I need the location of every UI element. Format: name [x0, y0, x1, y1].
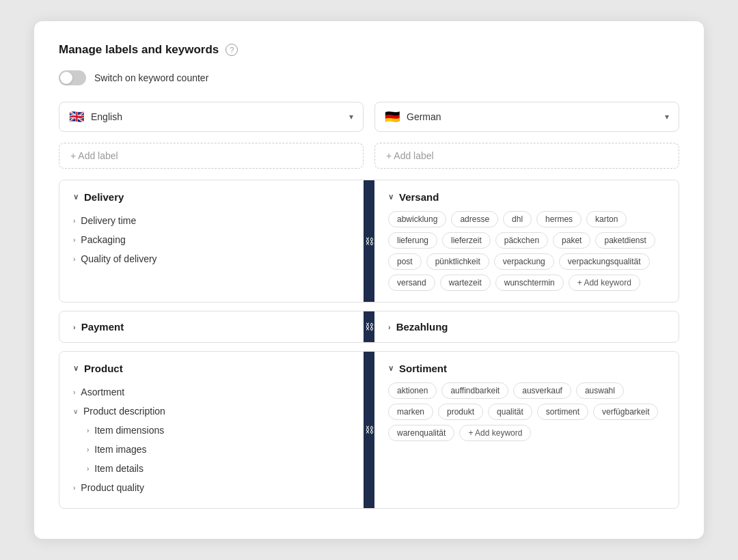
page-title: Manage labels and keywords — [59, 43, 219, 57]
bezahlung-section-header[interactable]: › Bezahlung — [388, 321, 448, 333]
keyword-tag[interactable]: adresse — [451, 211, 498, 227]
product-chevron-icon: ∨ — [73, 364, 79, 373]
item-dimensions-chevron-icon: › — [87, 427, 89, 434]
keyword-tag[interactable]: verfügbarkeit — [593, 404, 658, 420]
link-icon-delivery: ⛓ — [365, 236, 374, 247]
product-quality-chevron-icon: › — [73, 484, 75, 492]
versand-section-header[interactable]: ∨ Versand — [388, 191, 665, 203]
bezahlung-label: Bezahlung — [396, 321, 448, 333]
item-details-item[interactable]: › Item details — [73, 459, 350, 478]
packaging-item[interactable]: › Packaging — [73, 230, 350, 249]
keyword-tag[interactable]: verpackungsqualität — [559, 253, 650, 270]
language-select-left[interactable]: 🇬🇧 English ▾ — [59, 102, 364, 132]
section-product-right: ∨ Sortiment aktionen auffindbarkeit ausv… — [374, 352, 679, 508]
sortiment-section-header[interactable]: ∨ Sortiment — [388, 363, 665, 374]
versand-label: Versand — [399, 191, 439, 203]
delivery-section-header[interactable]: ∨ Delivery — [73, 191, 350, 203]
product-description-item[interactable]: ∨ Product description — [73, 402, 350, 421]
add-label-button-left[interactable]: + Add label — [59, 143, 364, 169]
keyword-tag[interactable]: wunschtermin — [495, 275, 564, 291]
asortment-item[interactable]: › Asortment — [73, 382, 350, 402]
keyword-tag[interactable]: päckchen — [495, 232, 548, 249]
keyword-tag[interactable]: hermes — [536, 211, 582, 227]
keyword-tag[interactable]: abwicklung — [388, 211, 446, 227]
keyword-tag[interactable]: sortiment — [537, 404, 588, 420]
keyword-tag[interactable]: pünktlichkeit — [426, 253, 489, 270]
keyword-tag[interactable]: versand — [388, 275, 435, 291]
link-icon-payment: ⛓ — [365, 322, 374, 332]
keyword-tag[interactable]: auswahl — [576, 382, 624, 399]
add-label-row: + Add label + Add label — [59, 143, 679, 169]
delivery-label: Delivery — [84, 191, 124, 203]
packaging-label: Packaging — [81, 234, 125, 245]
item-images-item[interactable]: › Item images — [73, 440, 350, 459]
item-images-label: Item images — [94, 444, 146, 455]
chevron-down-icon-left: ▾ — [349, 112, 353, 122]
item-images-chevron-icon: › — [87, 446, 89, 453]
delivery-time-label: Delivery time — [81, 215, 136, 226]
payment-link-button[interactable]: ⛓ — [364, 311, 374, 342]
keyword-tag[interactable]: karton — [586, 211, 627, 227]
product-quality-label: Product quality — [81, 482, 144, 493]
keyword-tag[interactable]: lieferung — [388, 232, 437, 249]
quality-delivery-item[interactable]: › Quality of delivery — [73, 249, 350, 268]
add-keyword-button-versand[interactable]: + Add keyword — [569, 275, 640, 291]
product-description-label: Product description — [83, 406, 165, 417]
toggle-label: Switch on keyword counter — [94, 72, 208, 83]
keyword-tag[interactable]: verpackung — [494, 253, 554, 270]
keyword-tag[interactable]: lieferzeit — [442, 232, 491, 249]
keyword-tag[interactable]: aktionen — [388, 382, 437, 399]
language-name-right: German — [407, 111, 441, 122]
versand-chevron-icon: ∨ — [388, 193, 394, 201]
payment-chevron-icon: › — [73, 323, 76, 331]
help-icon[interactable]: ? — [226, 44, 238, 56]
product-label: Product — [84, 363, 123, 374]
sortiment-chevron-icon: ∨ — [388, 364, 394, 373]
section-delivery-right: ∨ Versand abwicklung adresse dhl hermes … — [374, 180, 679, 302]
asortment-chevron-icon: › — [73, 389, 75, 396]
quality-delivery-label: Quality of delivery — [81, 253, 156, 264]
language-selectors: 🇬🇧 English ▾ 🇩🇪 German ▾ — [59, 102, 679, 132]
keyword-tag[interactable]: warenqualität — [388, 425, 454, 441]
add-keyword-button-sortiment[interactable]: + Add keyword — [459, 425, 531, 441]
product-section-header[interactable]: ∨ Product — [73, 363, 350, 374]
keyword-counter-toggle[interactable] — [59, 70, 86, 85]
payment-section-header[interactable]: › Payment — [73, 321, 124, 333]
section-product-left: ∨ Product › Asortment ∨ Product descript… — [59, 352, 364, 508]
packaging-chevron-icon: › — [73, 236, 75, 244]
toggle-row: Switch on keyword counter — [59, 70, 679, 85]
item-dimensions-label: Item dimensions — [94, 425, 164, 436]
keyword-tag[interactable]: marken — [388, 404, 433, 420]
language-select-right[interactable]: 🇩🇪 German ▾ — [374, 102, 679, 132]
main-card: Manage labels and keywords ? Switch on k… — [34, 21, 704, 539]
keyword-tag[interactable]: wartezeit — [440, 275, 491, 291]
sortiment-label: Sortiment — [399, 363, 447, 374]
product-quality-item[interactable]: › Product quality — [73, 478, 350, 497]
section-delivery: ∨ Delivery › Delivery time › Packaging ›… — [59, 180, 679, 303]
delivery-link-button[interactable]: ⛓ — [364, 180, 374, 302]
flag-de: 🇩🇪 — [385, 109, 400, 124]
link-icon-product: ⛓ — [365, 425, 374, 435]
quality-delivery-chevron-icon: › — [73, 255, 75, 263]
keyword-tag[interactable]: auffindbarkeit — [441, 382, 508, 399]
item-details-label: Item details — [94, 463, 144, 474]
section-product: ∨ Product › Asortment ∨ Product descript… — [59, 351, 679, 509]
product-link-button[interactable]: ⛓ — [364, 352, 374, 508]
product-description-chevron-icon: ∨ — [73, 408, 78, 415]
page-header: Manage labels and keywords ? — [59, 43, 679, 57]
sortiment-keywords: aktionen auffindbarkeit ausverkauf auswa… — [388, 382, 665, 441]
delivery-chevron-icon: ∨ — [73, 193, 79, 201]
item-details-chevron-icon: › — [87, 465, 89, 473]
keyword-tag[interactable]: paket — [553, 232, 590, 249]
keyword-tag[interactable]: paketdienst — [595, 232, 655, 249]
item-dimensions-item[interactable]: › Item dimensions — [73, 421, 350, 440]
delivery-time-chevron-icon: › — [73, 217, 75, 225]
keyword-tag[interactable]: dhl — [503, 211, 532, 227]
delivery-time-item[interactable]: › Delivery time — [73, 211, 350, 230]
add-label-button-right[interactable]: + Add label — [374, 143, 679, 169]
keyword-tag[interactable]: qualität — [488, 404, 532, 420]
keyword-tag[interactable]: produkt — [438, 404, 483, 420]
section-delivery-left: ∨ Delivery › Delivery time › Packaging ›… — [59, 180, 364, 302]
keyword-tag[interactable]: ausverkauf — [513, 382, 571, 399]
keyword-tag[interactable]: post — [388, 253, 422, 270]
